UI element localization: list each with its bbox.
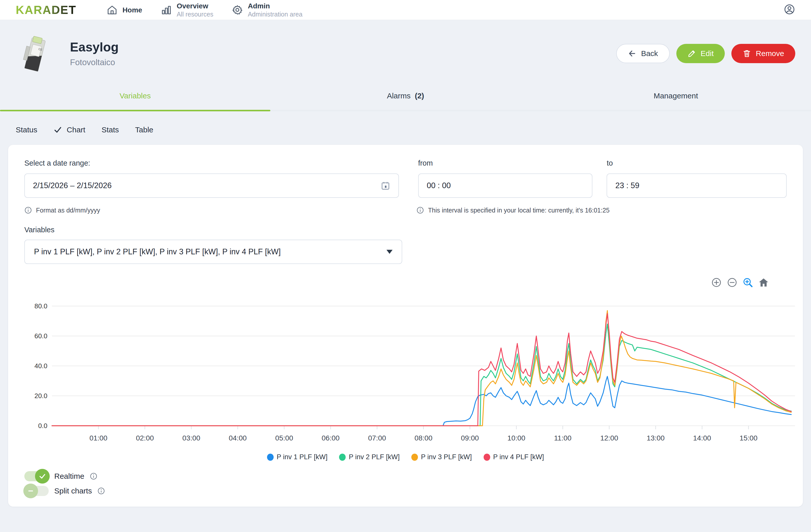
series-line[interactable]: [52, 376, 791, 426]
x-axis-tick-label: 09:00: [461, 434, 479, 442]
realtime-toggle-row: Realtime: [24, 471, 787, 481]
subtab-chart[interactable]: Chart: [53, 125, 85, 134]
x-axis-tick-label: 02:00: [136, 434, 154, 442]
chart-toolbar: [24, 277, 787, 288]
device-image: CE: [16, 33, 56, 74]
local-time-hint: This interval is specified in your local…: [416, 207, 610, 214]
device-type: Fotovoltaico: [70, 58, 119, 67]
x-axis-tick-label: 12:00: [600, 434, 618, 442]
x-axis-tick-label: 11:00: [554, 434, 571, 442]
device-name: Easylog: [70, 40, 119, 55]
home-icon: [107, 4, 118, 15]
y-axis-tick-label: 0.0: [38, 422, 47, 429]
view-subtabs: Status Chart Stats Table: [0, 111, 811, 134]
date-range-value: 2/15/2026 – 2/15/2026: [33, 181, 111, 190]
series-line[interactable]: [52, 324, 791, 426]
subtab-status[interactable]: Status: [16, 125, 37, 134]
nav-overview-sub: All resources: [177, 11, 214, 18]
check-icon: [39, 472, 46, 480]
series-line[interactable]: [52, 310, 791, 426]
date-range-label: Select a date range:: [24, 159, 399, 167]
nav-right: [784, 3, 795, 16]
variables-selected-value: P inv 1 PLF [kW], P inv 2 PLF [kW], P in…: [34, 247, 281, 256]
y-axis-tick-label: 40.0: [34, 362, 47, 370]
legend-item[interactable]: P inv 4 PLF [kW]: [484, 453, 544, 461]
to-time-input[interactable]: 23 : 59: [607, 173, 787, 198]
calendar-icon[interactable]: [381, 181, 390, 191]
subtab-stats[interactable]: Stats: [102, 125, 119, 134]
hints-row: Format as dd/mm/yyyy This interval is sp…: [24, 207, 787, 214]
x-axis-tick-label: 13:00: [647, 434, 665, 442]
device-actions: Back Edit Remove: [616, 44, 795, 63]
device-header: CE Easylog Fotovoltaico Back Edit Remove: [0, 20, 811, 84]
x-axis-tick-label: 14:00: [693, 434, 711, 442]
x-axis-tick-label: 15:00: [739, 434, 758, 442]
back-label: Back: [641, 49, 658, 58]
date-range-input[interactable]: 2/15/2026 – 2/15/2026: [24, 173, 399, 198]
pencil-icon: [688, 49, 696, 58]
nav-home-label: Home: [122, 5, 142, 14]
x-axis-tick-label: 05:00: [275, 434, 293, 442]
x-axis-tick-label: 04:00: [229, 434, 247, 442]
nav-item-home[interactable]: Home: [107, 4, 142, 15]
legend-dot: [339, 454, 346, 461]
split-charts-label: Split charts: [54, 487, 92, 495]
nav-items: Home Overview All resources Admin Admini…: [107, 1, 303, 18]
legend-label: P inv 3 PLF [kW]: [421, 453, 472, 461]
x-axis-tick-label: 08:00: [415, 434, 433, 442]
minus-icon: [27, 487, 34, 495]
from-time-input[interactable]: 00 : 00: [418, 173, 593, 198]
nav-admin-label: Admin: [248, 1, 302, 11]
legend-item[interactable]: P inv 3 PLF [kW]: [411, 453, 472, 461]
split-charts-toggle-row: Split charts: [24, 486, 787, 496]
zoom-out-icon[interactable]: [727, 277, 737, 288]
tab-management[interactable]: Management: [541, 92, 811, 110]
variables-label: Variables: [24, 226, 787, 234]
alarms-badge: (2): [415, 92, 424, 100]
chart-svg[interactable]: 0.020.040.060.080.001:0002:0003:0004:000…: [24, 289, 803, 451]
trash-icon: [743, 49, 751, 58]
arrow-left-icon: [628, 49, 637, 58]
subtab-table[interactable]: Table: [135, 125, 153, 134]
tab-variables[interactable]: Variables: [0, 92, 270, 110]
chart-area: 0.020.040.060.080.001:0002:0003:0004:000…: [24, 277, 787, 461]
chart-panel: Select a date range: 2/15/2026 – 2/15/20…: [8, 145, 803, 507]
info-icon[interactable]: [24, 207, 32, 214]
nav-overview-label: Overview: [177, 1, 214, 11]
date-format-hint: Format as dd/mm/yyyy: [24, 207, 416, 214]
brand-logo[interactable]: KARADET: [16, 3, 76, 17]
info-icon[interactable]: [416, 207, 424, 214]
edit-label: Edit: [701, 49, 714, 58]
series-line[interactable]: [52, 314, 791, 426]
y-axis-tick-label: 80.0: [34, 302, 47, 310]
legend-label: P inv 2 PLF [kW]: [349, 453, 400, 461]
realtime-toggle[interactable]: [24, 471, 49, 481]
edit-button[interactable]: Edit: [676, 44, 725, 63]
realtime-label: Realtime: [54, 472, 84, 481]
tab-indicator-active: [0, 110, 270, 111]
nav-item-overview[interactable]: Overview All resources: [161, 1, 214, 18]
zoom-in-icon[interactable]: [711, 277, 722, 288]
remove-button[interactable]: Remove: [731, 44, 795, 63]
remove-label: Remove: [756, 49, 784, 58]
nav-item-admin[interactable]: Admin Administration area: [232, 1, 302, 18]
split-charts-toggle-knob: [23, 484, 38, 498]
x-axis-tick-label: 03:00: [182, 434, 200, 442]
info-icon[interactable]: [97, 487, 105, 495]
variables-select[interactable]: P inv 1 PLF [kW], P inv 2 PLF [kW], P in…: [24, 240, 402, 264]
tabs: Variables Alarms (2) Management: [0, 92, 811, 111]
filters-row: Select a date range: 2/15/2026 – 2/15/20…: [24, 159, 787, 198]
y-axis-tick-label: 20.0: [34, 392, 47, 400]
info-icon[interactable]: [90, 472, 97, 480]
legend-item[interactable]: P inv 2 PLF [kW]: [339, 453, 400, 461]
from-label: from: [418, 159, 593, 167]
back-button[interactable]: Back: [616, 44, 670, 63]
device-text: Easylog Fotovoltaico: [70, 40, 119, 67]
tabs-underline: [0, 110, 811, 111]
user-account-icon[interactable]: [784, 3, 795, 15]
tab-alarms[interactable]: Alarms (2): [270, 92, 541, 110]
legend-item[interactable]: P inv 1 PLF [kW]: [267, 453, 328, 461]
split-charts-toggle[interactable]: [24, 486, 49, 496]
reset-home-icon[interactable]: [758, 277, 769, 288]
zoom-select-icon[interactable]: [743, 277, 753, 288]
